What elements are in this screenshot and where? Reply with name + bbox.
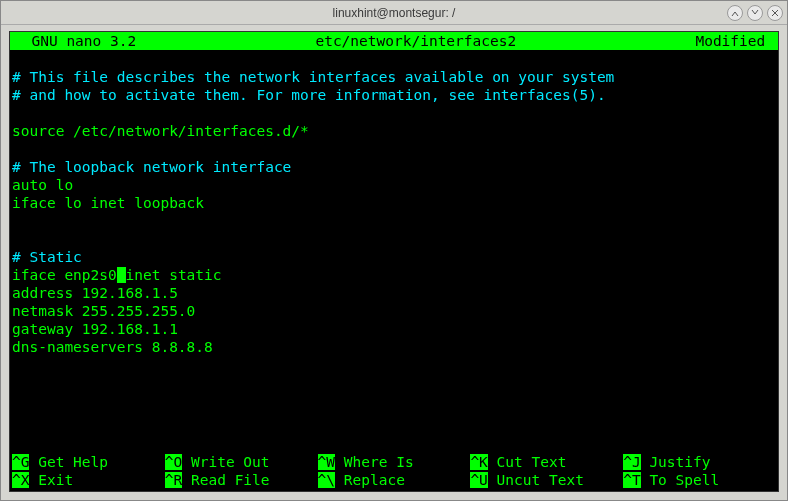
terminal-window: linuxhint@montsegur: / GNU nano 3.2 etc/… <box>0 0 788 501</box>
editor-line: dns-nameservers 8.8.8.8 <box>12 338 776 356</box>
editor-line: # and how to activate them. For more inf… <box>12 86 776 104</box>
shortcut-label: Uncut Text <box>488 472 584 488</box>
shortcut-label: Write Out <box>182 454 269 470</box>
editor-line: # The loopback network interface <box>12 158 776 176</box>
shortcut-label: To Spell <box>641 472 720 488</box>
editor-line: auto lo <box>12 176 776 194</box>
shortcut-key: ^J <box>623 454 640 470</box>
window-titlebar: linuxhint@montsegur: / <box>1 1 787 25</box>
shortcut-row: ^G Get Help^O Write Out^W Where Is^K Cut… <box>12 453 776 471</box>
close-button[interactable] <box>767 5 783 21</box>
editor-line <box>12 212 776 230</box>
shortcut-key: ^T <box>623 472 640 488</box>
shortcut-key: ^G <box>12 454 29 470</box>
shortcut-key: ^O <box>165 454 182 470</box>
shortcut-key: ^K <box>470 454 487 470</box>
shortcut-key: ^W <box>318 454 335 470</box>
editor-line <box>12 104 776 122</box>
editor-content[interactable]: # This file describes the network interf… <box>10 50 778 356</box>
shortcut-item: ^\ Replace <box>318 471 471 489</box>
shortcut-key: ^\ <box>318 472 335 488</box>
nano-filename: etc/network/interfaces2 <box>136 32 695 50</box>
minimize-button[interactable] <box>727 5 743 21</box>
shortcut-label: Replace <box>335 472 405 488</box>
editor-line: gateway 192.168.1.1 <box>12 320 776 338</box>
maximize-button[interactable] <box>747 5 763 21</box>
shortcut-label: Get Help <box>29 454 108 470</box>
shortcut-item: ^G Get Help <box>12 453 165 471</box>
shortcut-key: ^X <box>12 472 29 488</box>
shortcut-item: ^U Uncut Text <box>470 471 623 489</box>
shortcut-label: Read File <box>182 472 269 488</box>
window-title: linuxhint@montsegur: / <box>333 6 456 20</box>
shortcut-item: ^O Write Out <box>165 453 318 471</box>
shortcut-label: Exit <box>29 472 73 488</box>
nano-version: GNU nano 3.2 <box>14 32 136 50</box>
shortcut-item: ^X Exit <box>12 471 165 489</box>
shortcut-item: ^W Where Is <box>318 453 471 471</box>
editor-line <box>12 140 776 158</box>
shortcut-label: Where Is <box>335 454 414 470</box>
editor-line: address 192.168.1.5 <box>12 284 776 302</box>
terminal-area[interactable]: GNU nano 3.2 etc/network/interfaces2 Mod… <box>9 31 779 492</box>
window-controls <box>727 5 783 21</box>
nano-shortcuts: ^G Get Help^O Write Out^W Where Is^K Cut… <box>10 453 778 491</box>
nano-header: GNU nano 3.2 etc/network/interfaces2 Mod… <box>10 32 778 50</box>
editor-line: # This file describes the network interf… <box>12 68 776 86</box>
editor-line: # Static <box>12 248 776 266</box>
editor-line <box>12 50 776 68</box>
shortcut-row: ^X Exit^R Read File^\ Replace^U Uncut Te… <box>12 471 776 489</box>
shortcut-item: ^R Read File <box>165 471 318 489</box>
editor-line: netmask 255.255.255.0 <box>12 302 776 320</box>
editor-line: source /etc/network/interfaces.d/* <box>12 122 776 140</box>
shortcut-key: ^U <box>470 472 487 488</box>
shortcut-item: ^J Justify <box>623 453 776 471</box>
shortcut-key: ^R <box>165 472 182 488</box>
editor-line: iface enp2s0 inet static <box>12 266 776 284</box>
editor-line: iface lo inet loopback <box>12 194 776 212</box>
nano-status: Modified <box>695 32 774 50</box>
shortcut-label: Justify <box>641 454 711 470</box>
shortcut-item: ^K Cut Text <box>470 453 623 471</box>
shortcut-label: Cut Text <box>488 454 567 470</box>
shortcut-item: ^T To Spell <box>623 471 776 489</box>
editor-line <box>12 230 776 248</box>
text-cursor <box>117 267 126 283</box>
